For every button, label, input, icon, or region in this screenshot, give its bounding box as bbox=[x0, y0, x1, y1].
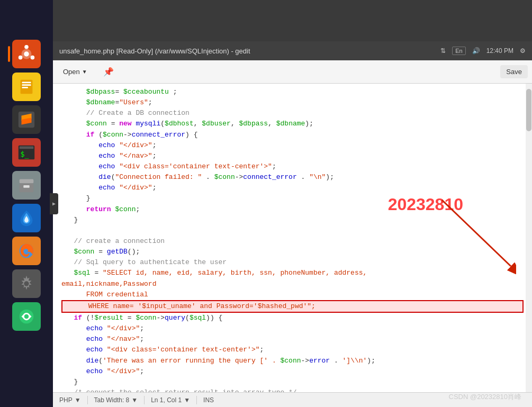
code-content: $dbpass= $cceabountu ; $dbname="Users"; … bbox=[61, 87, 524, 392]
system-time: 12:40 PM bbox=[486, 47, 513, 55]
cursor-position: Ln 1, Col 1 ▼ bbox=[151, 396, 190, 404]
annotation-number: 20232810 bbox=[388, 195, 463, 214]
terminal-icon: $_ bbox=[16, 142, 37, 162]
sidebar-collapse-arrow[interactable]: ▶ bbox=[50, 193, 58, 214]
edit-mode: INS bbox=[203, 396, 214, 404]
tab-width-selector[interactable]: Tab Width: 8 ▼ bbox=[94, 396, 138, 404]
position-dropdown-arrow[interactable]: ▼ bbox=[184, 396, 190, 404]
svg-rect-14 bbox=[20, 147, 34, 149]
keyboard-layout[interactable]: En bbox=[452, 47, 465, 55]
code-container: $dbpass= $cceabountu ; $dbname="Users"; … bbox=[53, 84, 532, 392]
svg-point-2 bbox=[24, 51, 29, 57]
scrollbar[interactable] bbox=[526, 84, 532, 392]
volume-icon[interactable]: 🔊 bbox=[472, 47, 480, 55]
pin-button[interactable]: 📌 bbox=[97, 64, 120, 79]
scrollbar-thumb[interactable] bbox=[526, 89, 531, 131]
update-icon bbox=[16, 306, 37, 327]
gedit-window: unsafe_home.php [Read-Only] (/var/www/SQ… bbox=[53, 41, 532, 407]
sidebar-icon-terminal[interactable]: $_ bbox=[12, 138, 41, 167]
open-dropdown-arrow[interactable]: ▼ bbox=[82, 69, 87, 75]
sidebar-icon-files[interactable] bbox=[12, 73, 41, 101]
sidebar-icon-wireshark[interactable] bbox=[12, 204, 41, 232]
sidebar-icon-archive[interactable] bbox=[12, 171, 41, 200]
open-button[interactable]: Open ▼ bbox=[57, 65, 93, 78]
firefox-icon bbox=[16, 241, 37, 261]
svg-rect-16 bbox=[20, 179, 34, 184]
sidebar-icon-ubuntu[interactable] bbox=[12, 40, 41, 68]
sidebar-icon-update[interactable] bbox=[12, 302, 41, 331]
archive-icon bbox=[16, 175, 37, 195]
tabwidth-dropdown-arrow[interactable]: ▼ bbox=[131, 396, 138, 404]
sidebar-icon-firefox[interactable] bbox=[12, 237, 41, 265]
gedit-toolbar: Open ▼ 📌 Save bbox=[53, 60, 532, 84]
svg-text:$_: $_ bbox=[21, 150, 29, 159]
ubuntu-icon bbox=[16, 44, 37, 64]
settings-icon bbox=[16, 274, 37, 294]
svg-rect-8 bbox=[22, 84, 31, 86]
svg-point-3 bbox=[24, 45, 29, 49]
save-button[interactable]: Save bbox=[500, 65, 528, 78]
svg-rect-7 bbox=[22, 82, 31, 84]
desktop: $_ bbox=[0, 0, 532, 407]
watermark: CSDN @20232810肖峰 bbox=[449, 392, 521, 402]
svg-point-21 bbox=[24, 281, 29, 286]
wireshark-icon bbox=[16, 208, 37, 228]
lang-dropdown-arrow[interactable]: ▼ bbox=[75, 396, 81, 404]
svg-rect-18 bbox=[23, 185, 29, 188]
files-icon bbox=[16, 77, 37, 97]
sidebar-icon-settings[interactable] bbox=[12, 269, 41, 298]
sublime-icon bbox=[16, 110, 37, 130]
gedit-titlebar: unsafe_home.php [Read-Only] (/var/www/SQ… bbox=[53, 41, 532, 60]
sidebar-icon-sublime[interactable] bbox=[12, 105, 41, 134]
sync-icon: ⇅ bbox=[440, 47, 446, 55]
sidebar: $_ bbox=[0, 0, 53, 407]
svg-point-5 bbox=[31, 56, 35, 60]
power-icon[interactable]: ⚙ bbox=[520, 47, 526, 55]
svg-point-4 bbox=[19, 56, 23, 60]
window-title: unsafe_home.php [Read-Only] (/var/www/SQ… bbox=[59, 47, 250, 55]
svg-rect-9 bbox=[22, 87, 28, 88]
language-selector[interactable]: PHP ▼ bbox=[59, 396, 81, 404]
